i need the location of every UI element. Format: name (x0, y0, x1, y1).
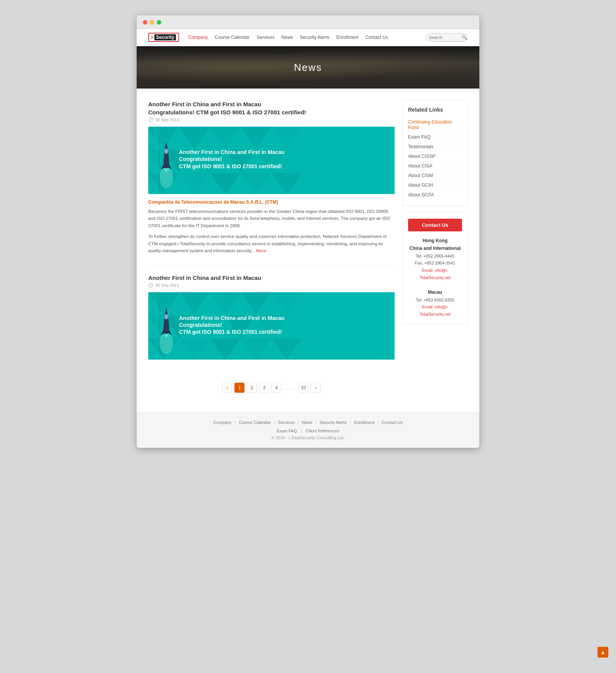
scroll-top-button[interactable]: ▲ (598, 647, 608, 658)
svg-marker-29 (210, 338, 241, 360)
sidebar-link-cissp[interactable]: About CISSP (408, 152, 462, 161)
footer-sep-3: / (298, 420, 299, 425)
svg-point-16 (164, 149, 168, 154)
article-2: Another First in China and First in Maca… (148, 274, 395, 360)
footer-news[interactable]: News (302, 420, 313, 425)
footer-sep-5: / (350, 420, 351, 425)
content-area: Another First in China and First in Maca… (148, 100, 395, 400)
main-content: Another First in China and First in Maca… (137, 89, 479, 412)
pagination: ‹ 1 2 3 4 ...... 10 › (148, 371, 395, 400)
sidebar-link-gcfa[interactable]: About GCFA (408, 190, 462, 199)
footer-secondary: Exam FAQ | Client References (148, 429, 468, 433)
svg-marker-31 (271, 338, 302, 360)
svg-marker-14 (271, 173, 302, 194)
hero-banner: News (137, 46, 479, 89)
article-1-link[interactable]: Companhia de Telecomunicacoes de Macau S… (148, 199, 395, 205)
sidebar-link-exam-faq[interactable]: Exam FAQ (408, 132, 462, 142)
related-links-title: Related Links (408, 107, 462, 113)
dot-yellow[interactable] (150, 20, 154, 25)
clock-icon-1: 🕐 (148, 117, 154, 122)
article-1-body-1: Becomes the FIRST telecommunications ser… (148, 208, 395, 229)
search-input[interactable] (429, 35, 462, 40)
prev-page-btn[interactable]: ‹ (222, 383, 232, 393)
footer-company[interactable]: Company (213, 420, 231, 425)
sidebar: Related Links Continuing Education Fund … (402, 100, 468, 400)
footer-copy: © 2010 · i-TotalSecurity Consulting Ltd. (148, 435, 468, 440)
nav-services[interactable]: Services (257, 35, 275, 40)
browser-chrome (137, 15, 479, 29)
search-icon: 🔍 (462, 35, 467, 40)
nav-contact-us[interactable]: Contact Us (365, 35, 388, 40)
sidebar-link-cism[interactable]: About CISM (408, 171, 462, 181)
read-more-1[interactable]: More (256, 248, 266, 253)
logo-security-text: Security (154, 34, 176, 40)
card-text-2: Another First in China and First in Maca… (179, 315, 285, 338)
nav-security-alerts[interactable]: Security Alerts (300, 35, 330, 40)
svg-marker-19 (210, 292, 241, 315)
svg-marker-12 (210, 173, 241, 194)
footer-sec-sep: | (301, 429, 302, 433)
dot-green[interactable] (157, 20, 161, 25)
sidebar-links: Continuing Education Fund Exam FAQ Testi… (408, 117, 462, 199)
hero-title: News (294, 62, 322, 74)
svg-marker-4 (271, 127, 302, 150)
site-header: i- Security Company Course Calendar Serv… (137, 29, 479, 46)
svg-marker-18 (179, 292, 210, 315)
svg-point-33 (164, 314, 168, 320)
main-nav: Company Course Calendar Services News Se… (188, 35, 425, 40)
macau-email-link[interactable]: Email: info@i-TotalSecurity.net (420, 305, 451, 316)
svg-marker-13 (241, 173, 271, 194)
logo: i- Security (148, 33, 179, 42)
footer-course-calendar[interactable]: Course Calendar (239, 420, 271, 425)
footer-sep-6: / (377, 420, 378, 425)
footer-security-alerts[interactable]: Security Alerts (320, 420, 346, 425)
dot-red[interactable] (143, 20, 147, 25)
nav-enrollment[interactable]: Enrollment (336, 35, 358, 40)
svg-marker-30 (241, 338, 271, 360)
page-1-btn[interactable]: 1 (234, 383, 244, 393)
sidebar-link-testimonials[interactable]: Testimonials (408, 142, 462, 152)
contact-box: Contact Us Hong Kong China and Internati… (402, 212, 468, 325)
svg-marker-2 (210, 127, 241, 150)
hk-region: Hong Kong China and International (408, 237, 462, 253)
clock-icon-2: 🕐 (148, 283, 154, 288)
nav-company[interactable]: Company (188, 35, 208, 40)
footer-client-ref[interactable]: Client References (306, 429, 339, 433)
sidebar-link-gcih[interactable]: About GCIH (408, 181, 462, 190)
footer-services[interactable]: Services (278, 420, 295, 425)
sidebar-link-cisa[interactable]: About CISA (408, 161, 462, 171)
svg-marker-3 (241, 127, 271, 150)
footer-nav: Company / Course Calendar / Services / N… (148, 420, 468, 425)
article-2-date: 🕐 30 Sep 2011 (148, 283, 395, 288)
svg-point-32 (160, 332, 173, 354)
article-1-date: 🕐 30 Sep 2011 (148, 117, 395, 122)
footer-sep-4: / (315, 420, 316, 425)
article-1-body-2: To further strengthen its control over s… (148, 233, 395, 254)
page-4-btn[interactable]: 4 (271, 383, 281, 393)
svg-marker-28 (179, 338, 210, 360)
hk-tel: Tel: +852 2965-4445 (408, 253, 462, 260)
page-10-btn[interactable]: 10 (298, 383, 308, 393)
footer-sep-2: / (274, 420, 275, 425)
page-2-btn[interactable]: 2 (247, 383, 257, 393)
footer-sep-1: / (234, 420, 236, 425)
contact-us-button[interactable]: Contact Us (408, 219, 462, 231)
browser-dots (143, 20, 161, 25)
hk-email-link[interactable]: Email: info@i-TotalSecurity.net (420, 268, 451, 280)
search-box[interactable]: 🔍 (425, 33, 468, 42)
logo-i: i- (151, 35, 154, 40)
footer-enrollment[interactable]: Enrollment (354, 420, 375, 425)
footer-contact-us[interactable]: Contact Us (382, 420, 402, 425)
footer-exam-faq[interactable]: Exam FAQ (276, 429, 297, 433)
hk-fax: Fax: +852 2904-3541 (408, 259, 462, 267)
sidebar-link-cef[interactable]: Continuing Education Fund (408, 117, 462, 132)
page-3-btn[interactable]: 3 (259, 383, 269, 393)
svg-marker-20 (241, 292, 271, 315)
next-page-btn[interactable]: › (311, 383, 321, 393)
contact-info: Hong Kong China and International Tel: +… (408, 237, 462, 318)
related-links-box: Related Links Continuing Education Fund … (402, 100, 468, 206)
nav-course-calendar[interactable]: Course Calendar (215, 35, 250, 40)
article-1: Another First in China and First in Maca… (148, 100, 395, 254)
nav-news[interactable]: News (281, 35, 293, 40)
article-2-title: Another First in China and First in Maca… (148, 274, 395, 282)
